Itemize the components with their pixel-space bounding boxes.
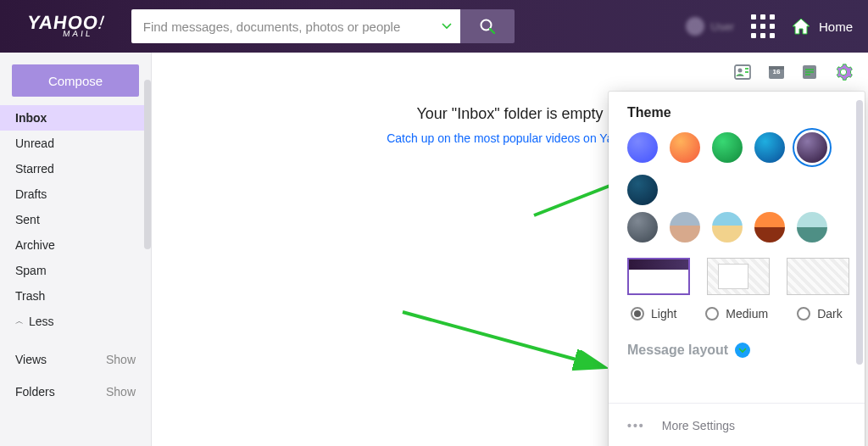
message-layout-label: Message layout bbox=[627, 343, 728, 358]
brightness-radio-row: LightMediumDark bbox=[631, 307, 849, 321]
views-show-link[interactable]: Show bbox=[106, 353, 136, 366]
search-input[interactable] bbox=[131, 9, 460, 43]
theme-photo-grey[interactable] bbox=[627, 212, 658, 243]
calendar-day: 16 bbox=[768, 68, 785, 75]
account-menu[interactable]: User bbox=[686, 17, 734, 36]
home-button[interactable]: Home bbox=[792, 18, 853, 35]
svg-line-1 bbox=[490, 29, 494, 33]
avatar-icon bbox=[686, 17, 704, 36]
more-settings-label: More Settings bbox=[662, 419, 735, 432]
brightness-preview-light[interactable] bbox=[627, 258, 690, 295]
less-toggle[interactable]: ︿ Less bbox=[0, 309, 151, 334]
views-label: Views bbox=[15, 353, 47, 366]
yahoo-mail-logo[interactable]: YAHOO! MAIL bbox=[25, 15, 105, 37]
sidebar-folder-archive[interactable]: Archive bbox=[0, 232, 151, 258]
theme-swatch-green[interactable] bbox=[712, 132, 743, 163]
account-name: User bbox=[711, 20, 734, 33]
message-layout-title[interactable]: Message layout bbox=[627, 343, 849, 358]
theme-photo-mountain[interactable] bbox=[797, 212, 827, 243]
theme-swatch-blue[interactable] bbox=[627, 132, 658, 163]
brightness-radio-medium[interactable]: Medium bbox=[705, 307, 768, 321]
sidebar-folder-sent[interactable]: Sent bbox=[0, 207, 151, 232]
theme-section-title: Theme bbox=[627, 105, 849, 120]
contacts-icon[interactable] bbox=[734, 64, 751, 80]
sidebar: Compose InboxUnreadStarredDraftsSentArch… bbox=[0, 53, 151, 446]
svg-point-3 bbox=[738, 69, 743, 73]
brightness-label: Dark bbox=[817, 307, 843, 321]
compose-label: Compose bbox=[48, 74, 103, 88]
sidebar-folder-drafts[interactable]: Drafts bbox=[0, 181, 151, 207]
home-icon bbox=[792, 18, 810, 35]
home-label: Home bbox=[819, 20, 853, 34]
annotation-arrow-more-settings bbox=[398, 307, 618, 383]
compose-button[interactable]: Compose bbox=[12, 64, 139, 97]
theme-swatch-orange[interactable] bbox=[670, 132, 700, 163]
brightness-previews bbox=[627, 258, 849, 295]
sidebar-section-folders[interactable]: Folders Show bbox=[0, 385, 151, 399]
gear-icon[interactable] bbox=[834, 63, 853, 81]
chevron-down-circle-icon bbox=[735, 343, 750, 358]
sidebar-folder-unread[interactable]: Unread bbox=[0, 131, 151, 156]
radio-icon bbox=[705, 307, 719, 321]
empty-link[interactable]: Catch up on the most popular videos on Y… bbox=[387, 131, 633, 145]
notepad-icon[interactable] bbox=[802, 64, 817, 80]
brightness-radio-dark[interactable]: Dark bbox=[797, 307, 843, 321]
sidebar-folder-spam[interactable]: Spam bbox=[0, 258, 151, 283]
search-icon bbox=[479, 18, 496, 35]
search-button[interactable] bbox=[460, 9, 515, 43]
radio-icon bbox=[797, 307, 810, 321]
app-header: YAHOO! MAIL User Home bbox=[0, 0, 868, 53]
settings-panel: Theme LightMediumDark Message layout bbox=[609, 92, 865, 446]
theme-photo-swatches bbox=[627, 212, 849, 243]
radio-icon bbox=[631, 307, 644, 321]
theme-swatch-teal[interactable] bbox=[754, 132, 785, 163]
less-label: Less bbox=[29, 315, 54, 328]
brightness-label: Medium bbox=[726, 307, 768, 321]
sidebar-folder-inbox[interactable]: Inbox bbox=[0, 105, 151, 131]
theme-photo-clouds[interactable] bbox=[670, 212, 700, 243]
brightness-label: Light bbox=[651, 307, 676, 321]
svg-line-13 bbox=[403, 312, 601, 366]
app-launcher-icon[interactable] bbox=[751, 14, 775, 38]
sidebar-section-views[interactable]: Views Show bbox=[0, 353, 151, 366]
brightness-radio-light[interactable]: Light bbox=[631, 307, 676, 321]
brightness-preview-dark[interactable] bbox=[787, 258, 849, 295]
theme-swatch-navy[interactable] bbox=[627, 175, 658, 205]
search-bar bbox=[131, 9, 515, 43]
folders-section-label: Folders bbox=[15, 385, 55, 399]
panel-scrollbar[interactable] bbox=[856, 100, 863, 365]
logo-subtitle: MAIL bbox=[63, 31, 93, 37]
theme-photo-beach[interactable] bbox=[712, 212, 743, 243]
theme-photo-sunset[interactable] bbox=[754, 212, 785, 243]
calendar-icon[interactable]: 16 bbox=[768, 64, 785, 80]
chevron-up-icon: ︿ bbox=[15, 315, 24, 327]
folder-list: InboxUnreadStarredDraftsSentArchiveSpamT… bbox=[0, 105, 151, 309]
sidebar-folder-starred[interactable]: Starred bbox=[0, 156, 151, 181]
sidebar-folder-trash[interactable]: Trash bbox=[0, 283, 151, 309]
folders-show-link[interactable]: Show bbox=[106, 385, 136, 399]
sidebar-scrollbar[interactable] bbox=[144, 80, 151, 249]
brightness-preview-medium[interactable] bbox=[707, 258, 770, 295]
main-area: 16 Your "Inbox" folder is empty Catch up… bbox=[151, 53, 868, 446]
settings-panel-footer: ••• More Settings Switch to basic Mail bbox=[609, 403, 865, 446]
theme-color-swatches bbox=[627, 132, 849, 205]
more-settings-link[interactable]: ••• More Settings bbox=[609, 404, 865, 446]
ellipsis-icon: ••• bbox=[627, 419, 645, 432]
theme-swatch-purple-dark[interactable] bbox=[797, 132, 827, 163]
right-toolbar: 16 bbox=[734, 63, 853, 81]
